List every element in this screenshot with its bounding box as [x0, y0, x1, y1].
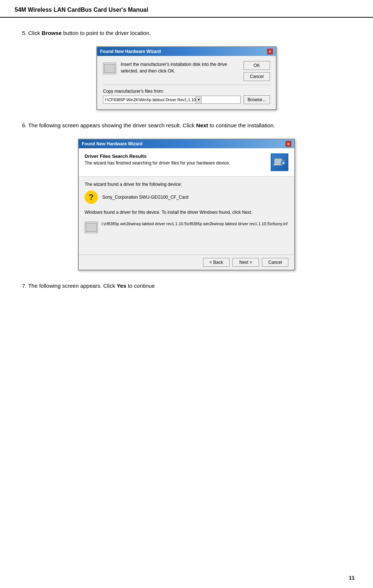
dialog-insert: Found New Hardware Wizard × Insert the m… [96, 46, 277, 110]
svg-line-5 [285, 164, 286, 166]
search-bottom-bar: < Back Next > Cancel [79, 255, 294, 270]
search-file-row: i:\cf8385p win2kwinxp labtool driver rev… [85, 221, 288, 233]
dialog-insert-top-area: Insert the manufacturer's installation d… [103, 61, 270, 81]
dialog-cancel-btn[interactable]: Cancel [244, 72, 270, 81]
search-back-btn[interactable]: < Back [203, 258, 230, 267]
svg-rect-1 [275, 159, 281, 163]
dialog-insert-buttons: OK Cancel [244, 61, 270, 81]
dialog-insert-message: Insert the manufacturer's installation d… [121, 61, 240, 74]
step-5: 5. Click Browse button to point to the d… [22, 29, 351, 110]
question-icon: ? [85, 191, 98, 204]
dialog-search-titlebar: Found New Hardware Wizard × [79, 139, 294, 148]
page-footer: 11 [349, 575, 355, 581]
dialog-insert-row: Insert the manufacturer's installation d… [103, 61, 240, 74]
dialog-insert-close-btn[interactable]: × [267, 49, 273, 54]
dialog-insert-titlebar: Found New Hardware Wizard × [97, 47, 276, 56]
dialog-path-dropdown[interactable]: ▼ [196, 96, 202, 104]
dialog-browse-btn[interactable]: Browse... [244, 95, 270, 104]
dialog-insert-left: Insert the manufacturer's installation d… [103, 61, 240, 81]
search-hardware-icon [271, 153, 288, 171]
search-found-label: The wizard found a driver for the follow… [85, 182, 288, 187]
dialog-copy-label: Copy manufacturer's files from: [103, 89, 270, 94]
manual-title: 54M Wireless LAN CardBus Card User's Man… [15, 7, 148, 13]
step-6: 6. The following screen appears showing … [22, 121, 351, 270]
file-icon [85, 222, 98, 233]
hardware-icon-svg [273, 156, 286, 169]
disk-icon [103, 63, 116, 74]
search-spacer [85, 238, 288, 249]
dialog-insert-wrapper: Found New Hardware Wizard × Insert the m… [22, 46, 351, 110]
search-results-subtitle: The wizard has finished searching for dr… [85, 160, 230, 166]
search-results-text: Driver Files Search Results The wizard h… [85, 153, 230, 166]
dialog-search-wrapper: Found New Hardware Wizard × Driver Files… [22, 139, 351, 270]
dialog-insert-body: Insert the manufacturer's installation d… [97, 56, 276, 109]
search-file-path: i:\cf8385p win2kwinxp labtool driver rev… [102, 221, 287, 227]
step5-text: 5. Click Browse button to point to the d… [22, 29, 351, 38]
search-device-row: ? Sony_Corporation SWU-GEG100_CF_Card [85, 191, 288, 204]
dialog-search: Found New Hardware Wizard × Driver Files… [78, 139, 295, 270]
dialog-path-input[interactable]: I:\CF8385P Win2K\WinXp labtool Driver Re… [103, 96, 241, 104]
search-info-text: Windows found a driver for this device. … [85, 209, 288, 216]
dialog-ok-btn[interactable]: OK [244, 61, 270, 70]
dialog-path-value: I:\CF8385P Win2K\WinXp labtool Driver Re… [105, 98, 196, 102]
dialog-path-row: I:\CF8385P Win2K\WinXp labtool Driver Re… [103, 95, 270, 104]
page-content: 5. Click Browse button to point to the d… [0, 18, 373, 312]
search-device-name: Sony_Corporation SWU-GEG100_CF_Card [102, 195, 188, 200]
search-next-btn[interactable]: Next > [232, 258, 259, 267]
search-results-title: Driver Files Search Results [85, 153, 230, 159]
search-results-header: Driver Files Search Results The wizard h… [79, 148, 294, 177]
dialog-insert-title: Found New Hardware Wizard [100, 49, 161, 54]
dialog-search-title: Found New Hardware Wizard [82, 141, 142, 146]
dialog-search-close-btn[interactable]: × [285, 141, 291, 147]
step6-text: 6. The following screen appears showing … [22, 121, 351, 130]
search-body: The wizard found a driver for the follow… [79, 177, 294, 255]
page-number: 11 [349, 575, 355, 581]
dialog-separator [103, 85, 270, 85]
step-7: 7. The following screen appears. Click Y… [22, 281, 351, 290]
step7-text: 7. The following screen appears. Click Y… [22, 281, 351, 290]
search-cancel-btn[interactable]: Cancel [262, 258, 288, 267]
page-header: 54M Wireless LAN CardBus Card User's Man… [0, 0, 373, 18]
